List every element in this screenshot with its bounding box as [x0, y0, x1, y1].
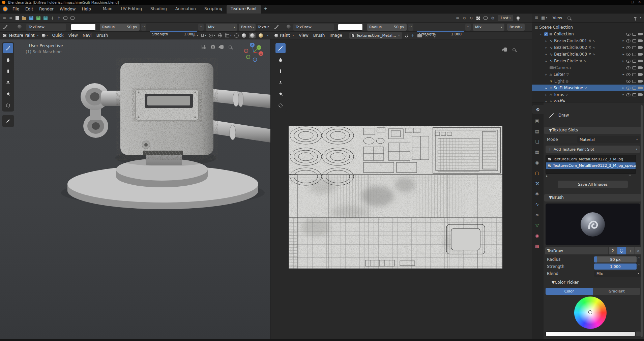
- brush-preview-box[interactable]: [546, 204, 640, 245]
- selectable-icon[interactable]: ►: [623, 94, 624, 96]
- workspace-tab-texture-paint[interactable]: Texture Paint: [227, 5, 261, 13]
- uv-texture-canvas[interactable]: [289, 126, 502, 269]
- tab-render[interactable]: ▣: [532, 116, 542, 125]
- image-editor[interactable]: [271, 39, 532, 339]
- window-fullscreen-icon[interactable]: [70, 17, 75, 20]
- brush-users-count[interactable]: 2: [609, 247, 617, 254]
- new-brush-plus-button[interactable]: +: [626, 247, 635, 254]
- mode-dropdown[interactable]: Texture Paint ▾: [3, 33, 38, 38]
- tab-modifiers[interactable]: ⚒: [532, 179, 542, 188]
- workspace-tab-scripting[interactable]: Scripting: [200, 5, 226, 13]
- render-disable-icon[interactable]: [638, 46, 642, 49]
- search-icon[interactable]: [567, 17, 570, 20]
- export-icon[interactable]: ↑: [57, 16, 60, 20]
- outliner-row-light[interactable]: ☀ Light ◎: [532, 78, 644, 85]
- tab-tool[interactable]: ⚙: [532, 105, 544, 114]
- save-file-icon[interactable]: [29, 16, 33, 20]
- brush-menu-dropdown[interactable]: Brush▾: [239, 24, 256, 31]
- image-mode-dropdown[interactable]: Paint ▾: [274, 33, 294, 38]
- brush-preview-thumb[interactable]: [18, 25, 22, 29]
- tool-fill-button[interactable]: [3, 89, 13, 99]
- strength-pressure-toggle[interactable]: ◠: [198, 24, 204, 31]
- selectable-icon[interactable]: ►: [623, 73, 624, 76]
- blend-mode-dropdown[interactable]: Mix▾: [206, 24, 237, 31]
- expand-arrow-icon[interactable]: ▸: [544, 60, 548, 63]
- tool-clone-button[interactable]: [275, 78, 286, 88]
- save-all-images-button[interactable]: Save All Images: [558, 181, 628, 188]
- menu-navi[interactable]: Navi: [80, 33, 94, 38]
- render-disable-icon[interactable]: [638, 66, 642, 69]
- brush-datablock-name-field[interactable]: TexDraw: [545, 247, 608, 254]
- camera-view-icon[interactable]: [211, 45, 215, 49]
- tab-world[interactable]: ◉: [532, 158, 542, 167]
- menu-quick[interactable]: Quick: [50, 33, 66, 38]
- expand-arrow-icon[interactable]: ▸: [544, 39, 548, 42]
- screen-layout-icon[interactable]: [484, 17, 488, 20]
- viewport-3d[interactable]: User Perspective (1) Scifi-Maschine: [0, 39, 270, 339]
- expand-arrow-icon[interactable]: ▸: [544, 46, 548, 49]
- snap-dropdown[interactable]: ▾: [201, 34, 206, 37]
- viewport-disable-icon[interactable]: [632, 80, 636, 83]
- tool-clone-button[interactable]: [3, 78, 13, 88]
- tab-scene[interactable]: ▦: [532, 148, 542, 156]
- navigation-gizmo[interactable]: X Y Z: [244, 43, 263, 62]
- viewport-disable-icon[interactable]: [632, 33, 636, 36]
- menu-brush[interactable]: Brush: [311, 33, 327, 38]
- panel-collapse-icon[interactable]: ▼: [549, 195, 552, 200]
- tab-output[interactable]: ▤: [532, 127, 542, 135]
- tool-smear-button[interactable]: [3, 66, 13, 76]
- viewport-disable-icon[interactable]: [632, 46, 636, 49]
- shading-rendered-icon[interactable]: [259, 33, 263, 38]
- brush-select-dropdown[interactable]: ▾: [42, 34, 48, 37]
- shading-wireframe-icon[interactable]: [234, 33, 239, 38]
- selectable-icon[interactable]: ►: [623, 53, 624, 56]
- save-as-icon[interactable]: [36, 16, 40, 20]
- tool-fill-button[interactable]: [275, 89, 286, 99]
- tool-draw-button[interactable]: [3, 43, 13, 53]
- outliner-row-collection[interactable]: ▾ ✓ ▦ Collection: [532, 31, 644, 37]
- radius-slider[interactable]: Radius50 px: [367, 24, 407, 31]
- tab-constraints[interactable]: ∞: [532, 210, 542, 219]
- hide-toggle-icon[interactable]: [626, 87, 631, 90]
- zoom-magnifier-icon[interactable]: [229, 45, 232, 49]
- texture-slot-item-selected[interactable]: TexturesCom_MetalBare0122_3_M.jpg_specul…: [546, 162, 636, 169]
- gradient-tab-button[interactable]: Gradient: [593, 288, 640, 295]
- strength-pressure-toggle[interactable]: ◠: [465, 24, 471, 31]
- menu-render[interactable]: Render: [36, 5, 57, 13]
- hide-toggle-icon[interactable]: [626, 39, 631, 42]
- pan-hand-icon[interactable]: [220, 45, 224, 49]
- show-gizmo-icon[interactable]: [218, 33, 222, 37]
- render-disable-icon[interactable]: [638, 87, 642, 89]
- selectable-icon[interactable]: ►: [623, 46, 624, 49]
- color-tab-button[interactable]: Color: [546, 288, 593, 295]
- menu-image[interactable]: Image: [327, 33, 345, 38]
- viewport-disable-icon[interactable]: [632, 53, 636, 56]
- image-datablock-selector[interactable]: TexturesCom_Metal... ×: [349, 32, 402, 39]
- workspace-tab-shading[interactable]: Shading: [146, 5, 171, 13]
- shading-dropdown-icon[interactable]: ▾: [267, 34, 268, 37]
- hide-toggle-icon[interactable]: [626, 73, 631, 76]
- brush-color-swatch[interactable]: [338, 24, 363, 31]
- minimize-button[interactable]: ─: [624, 0, 626, 4]
- blend-dropdown[interactable]: Mix▾: [594, 271, 641, 277]
- hide-toggle-icon[interactable]: [626, 60, 631, 63]
- pan-hand-icon[interactable]: [504, 48, 507, 52]
- value-slider[interactable]: [546, 332, 635, 336]
- hide-toggle-icon[interactable]: [626, 66, 631, 69]
- strength-pressure-toggle[interactable]: ◠: [638, 264, 640, 267]
- hide-toggle-icon[interactable]: [626, 93, 631, 96]
- render-disable-icon[interactable]: [638, 39, 642, 42]
- brush-name-field[interactable]: TexDraw: [26, 24, 66, 31]
- texture-slot-item[interactable]: TexturesCom_MetalBare0122_3_M.jpg: [546, 156, 636, 162]
- zoom-magnifier-icon[interactable]: [513, 48, 516, 51]
- blender-app-menu-icon[interactable]: [3, 6, 8, 11]
- outliner-row-beziercircle-003[interactable]: ▸ ∿ BezierCircle.003 ⚒∿ ►: [532, 51, 644, 58]
- outliner-row-beziercircle[interactable]: ▸ ∿ BezierCircle ⚒∿ ►: [532, 58, 644, 64]
- outliner-view-menu[interactable]: View: [550, 16, 564, 20]
- workspace-tab-animation[interactable]: Animation: [171, 5, 200, 13]
- last-operator-dropdown[interactable]: Last▾: [498, 15, 513, 21]
- viewport-disable-icon[interactable]: [632, 87, 636, 90]
- hide-toggle-icon[interactable]: [626, 33, 631, 36]
- unlink-x-icon[interactable]: ×: [398, 34, 400, 37]
- tab-view-layer[interactable]: ❏: [532, 137, 542, 146]
